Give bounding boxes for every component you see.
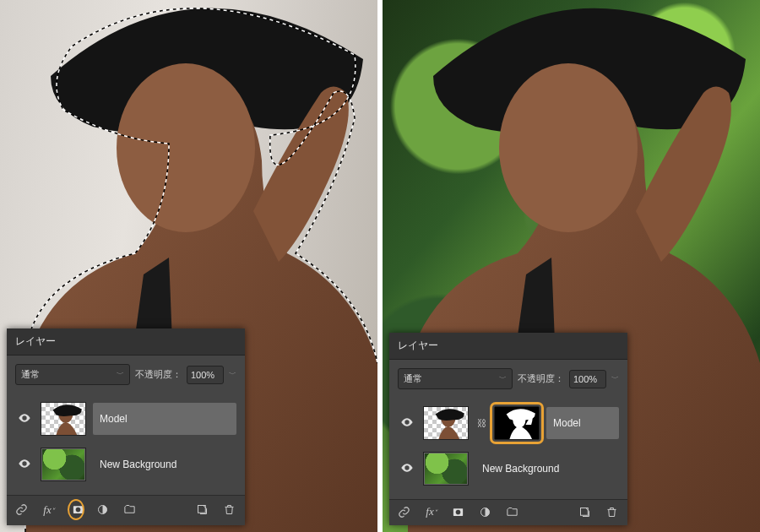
- opacity-label: 不透明度：: [135, 368, 182, 381]
- layer-name: New Background: [482, 463, 559, 475]
- opacity-field[interactable]: 100%: [187, 366, 224, 384]
- layer-thumbnail[interactable]: [41, 448, 86, 481]
- new-layer-icon[interactable]: [578, 506, 592, 518]
- opacity-value: 100%: [573, 374, 597, 384]
- visibility-toggle[interactable]: [15, 411, 34, 427]
- layers-panel: レイヤー 通常 ﹀ 不透明度： 100% ﹀: [7, 328, 245, 525]
- panel-title: レイヤー: [15, 334, 56, 349]
- blend-mode-value: 通常: [21, 368, 40, 381]
- opacity-value: 100%: [191, 370, 214, 380]
- fx-icon[interactable]: fx˅: [42, 503, 56, 517]
- layer-row-background[interactable]: New Background: [398, 450, 619, 496]
- opacity-label: 不透明度：: [518, 372, 564, 385]
- layer-thumbnail[interactable]: [423, 452, 469, 486]
- layer-name: Model: [553, 417, 581, 429]
- layer-row-model[interactable]: ⛓ Model: [398, 404, 619, 450]
- group-icon[interactable]: [506, 506, 519, 518]
- panel-header: レイヤー: [7, 328, 245, 356]
- chevron-down-icon[interactable]: ﹀: [611, 373, 619, 384]
- layer-name-area[interactable]: Model: [93, 403, 236, 435]
- blend-mode-select[interactable]: 通常 ﹀: [398, 368, 513, 389]
- thumbnail-image: [424, 407, 468, 439]
- group-icon[interactable]: [123, 503, 137, 516]
- add-mask-icon[interactable]: [69, 501, 83, 518]
- blend-mode-select[interactable]: 通常 ﹀: [15, 364, 130, 385]
- opacity-field[interactable]: 100%: [569, 370, 606, 388]
- after-image: レイヤー 通常 ﹀ 不透明度： 100% ﹀: [383, 0, 760, 532]
- visibility-toggle[interactable]: [15, 457, 34, 473]
- layer-mask-thumbnail[interactable]: [494, 406, 540, 440]
- visibility-toggle[interactable]: [398, 461, 416, 477]
- panel-title: レイヤー: [398, 339, 438, 353]
- before-image: レイヤー 通常 ﹀ 不透明度： 100% ﹀: [0, 0, 377, 532]
- layer-name-area[interactable]: Model: [546, 407, 619, 439]
- layer-thumbnail[interactable]: [423, 406, 469, 440]
- link-layers-icon[interactable]: [398, 506, 411, 518]
- svg-point-11: [456, 509, 461, 514]
- svg-point-3: [76, 508, 81, 513]
- panel-header: レイヤー: [389, 333, 627, 360]
- add-mask-icon[interactable]: [452, 506, 465, 518]
- svg-point-6: [499, 63, 638, 232]
- layer-row-model[interactable]: Model: [15, 400, 236, 446]
- mask-link-icon[interactable]: ⛓: [475, 418, 487, 428]
- thumbnail-image: [41, 403, 85, 435]
- trash-icon[interactable]: [605, 506, 619, 518]
- visibility-toggle[interactable]: [398, 415, 416, 432]
- chevron-down-icon: ﹀: [117, 369, 124, 380]
- layer-name-area[interactable]: New Background: [93, 448, 236, 480]
- new-layer-icon[interactable]: [196, 503, 209, 516]
- svg-point-9: [513, 412, 525, 428]
- chevron-down-icon[interactable]: ﹀: [229, 369, 236, 380]
- layers-panel: レイヤー 通常 ﹀ 不透明度： 100% ﹀: [389, 333, 627, 525]
- layer-row-background[interactable]: New Background: [15, 446, 236, 491]
- chevron-down-icon: ﹀: [499, 373, 507, 384]
- panel-footer: fx˅: [7, 495, 245, 525]
- layer-name: Model: [100, 413, 128, 425]
- layer-thumbnail[interactable]: [41, 402, 86, 436]
- link-layers-icon[interactable]: [15, 503, 29, 516]
- adjustment-icon[interactable]: [96, 503, 110, 516]
- layer-name: New Background: [100, 459, 176, 470]
- fx-icon[interactable]: fx˅: [425, 505, 438, 518]
- adjustment-icon[interactable]: [479, 506, 492, 518]
- blend-mode-value: 通常: [404, 372, 422, 385]
- panel-footer: fx˅: [389, 499, 627, 525]
- layer-name-area[interactable]: New Background: [475, 453, 619, 485]
- trash-icon[interactable]: [223, 503, 236, 516]
